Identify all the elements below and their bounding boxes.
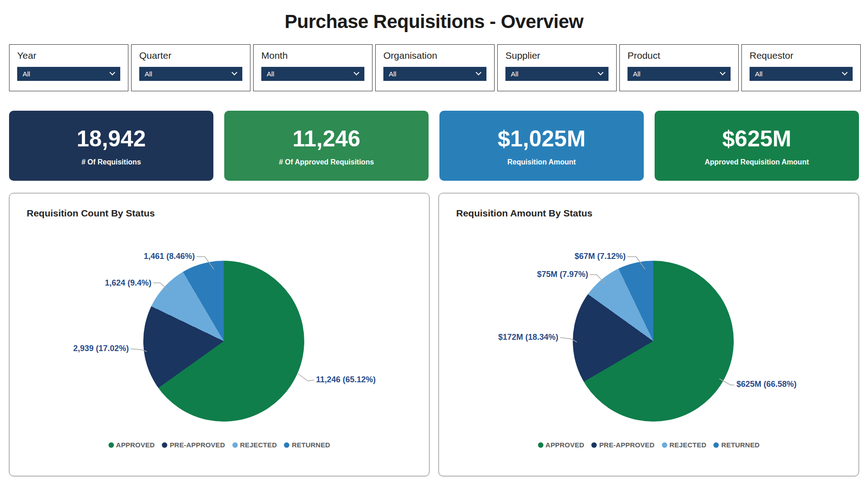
legend-label: RETURNED [721,441,760,449]
filter-label: Supplier [505,50,609,61]
chart-legend: APPROVED PRE-APPROVED REJECTED RETURNED [439,441,859,449]
legend-dot [591,442,597,448]
pie-label-approved: 11,246 (65.12%) [316,375,376,385]
legend-dot [232,442,238,448]
filter-bar: Year All Quarter All Month All Organisat… [9,44,861,91]
legend-label: PRE-APPROVED [170,441,225,449]
kpi-value: $625M [722,126,792,152]
filter-box-quarter: Quarter All [131,44,250,91]
chevron-down-icon [842,70,848,75]
kpi-label: Requisition Amount [507,158,576,166]
pie-label-rejected: 1,624 (9.4%) [105,278,151,288]
pie-chart-amount-by-status[interactable] [573,261,734,422]
pie-label-returned: $67M (7.12%) [575,252,626,261]
dropdown-value: All [23,70,30,78]
filter-label: Organisation [383,50,486,61]
legend-dot [162,442,167,448]
legend-item-pre-approved[interactable]: PRE-APPROVED [591,441,654,449]
legend-item-returned[interactable]: RETURNED [284,441,330,449]
kpi-label: Approved Requisition Amount [705,158,809,166]
chevron-down-icon [598,70,604,75]
legend-item-rejected[interactable]: REJECTED [232,441,277,449]
legend-label: REJECTED [670,441,707,449]
pie-label-returned: 1,461 (8.46%) [144,252,195,261]
product-dropdown[interactable]: All [627,67,731,81]
dropdown-value: All [633,70,641,78]
filter-box-product: Product All [619,44,739,91]
kpi-label: # Of Approved Requisitions [279,158,374,166]
legend-item-approved[interactable]: APPROVED [108,441,155,449]
organisation-dropdown[interactable]: All [383,67,486,81]
chevron-down-icon [109,70,115,75]
legend-item-pre-approved[interactable]: PRE-APPROVED [162,441,225,449]
page-title: Purchase Requisitions - Overview [0,11,868,33]
legend-dot [538,442,543,448]
year-dropdown[interactable]: All [17,67,120,81]
charts-row: Requisition Count By Status 11,246 (65.1… [9,193,859,476]
chart-title: Requisition Count By Status [27,208,155,219]
filter-label: Month [261,50,364,61]
filter-box-year: Year All [9,44,128,91]
pie-label-pre-approved: $172M (18.34%) [498,333,558,342]
supplier-dropdown[interactable]: All [505,67,609,81]
filter-label: Requestor [750,50,853,61]
dropdown-value: All [511,70,519,78]
filter-label: Product [627,50,731,61]
chevron-down-icon [231,70,237,75]
legend-dot [713,442,719,448]
legend-label: REJECTED [240,441,277,449]
dropdown-value: All [145,70,152,78]
kpi-value: 18,942 [77,126,146,152]
dropdown-value: All [755,70,763,78]
legend-item-rejected[interactable]: REJECTED [662,441,707,449]
kpi-label: # Of Requisitions [81,158,141,166]
kpi-card-approved-requisition-amount: $625M Approved Requisition Amount [655,111,859,181]
kpi-value: 11,246 [292,126,360,152]
filter-box-requestor: Requestor All [741,44,861,91]
legend-dot [662,442,667,448]
kpi-card-approved-requisitions: 11,246 # Of Approved Requisitions [224,111,429,181]
pie-label-approved: $625M (66.58%) [736,380,797,389]
dropdown-value: All [389,70,396,78]
legend-label: PRE-APPROVED [599,441,654,449]
chevron-down-icon [476,70,481,75]
pie-chart-count-by-status[interactable] [143,261,304,422]
legend-label: RETURNED [292,441,330,449]
kpi-value: $1,025M [498,126,586,152]
legend-label: APPROVED [546,441,585,449]
kpi-card-requisition-amount: $1,025M Requisition Amount [439,111,644,181]
requestor-dropdown[interactable]: All [750,67,853,81]
chart-title: Requisition Amount By Status [456,208,592,219]
legend-dot [284,442,289,448]
legend-label: APPROVED [116,441,155,449]
filter-box-supplier: Supplier All [497,44,617,91]
chevron-down-icon [354,70,359,75]
dropdown-value: All [267,70,274,78]
chevron-down-icon [720,70,726,75]
chart-legend: APPROVED PRE-APPROVED REJECTED RETURNED [9,441,429,449]
filter-box-organisation: Organisation All [375,44,495,91]
filter-label: Quarter [139,50,242,61]
pie-label-pre-approved: 2,939 (17.02%) [73,344,129,353]
legend-item-returned[interactable]: RETURNED [713,441,760,449]
month-dropdown[interactable]: All [261,67,364,81]
chart-card-requisition-count-by-status: Requisition Count By Status 11,246 (65.1… [9,193,429,476]
chart-card-requisition-amount-by-status: Requisition Amount By Status $625M (66.5… [439,193,859,476]
kpi-row: 18,942 # Of Requisitions 11,246 # Of App… [9,111,859,181]
filter-box-month: Month All [253,44,373,91]
kpi-card-requisitions: 18,942 # Of Requisitions [9,111,213,181]
legend-dot [108,442,114,448]
quarter-dropdown[interactable]: All [139,67,242,81]
filter-label: Year [17,50,120,61]
pie-label-rejected: $75M (7.97%) [537,270,588,279]
legend-item-approved[interactable]: APPROVED [538,441,585,449]
